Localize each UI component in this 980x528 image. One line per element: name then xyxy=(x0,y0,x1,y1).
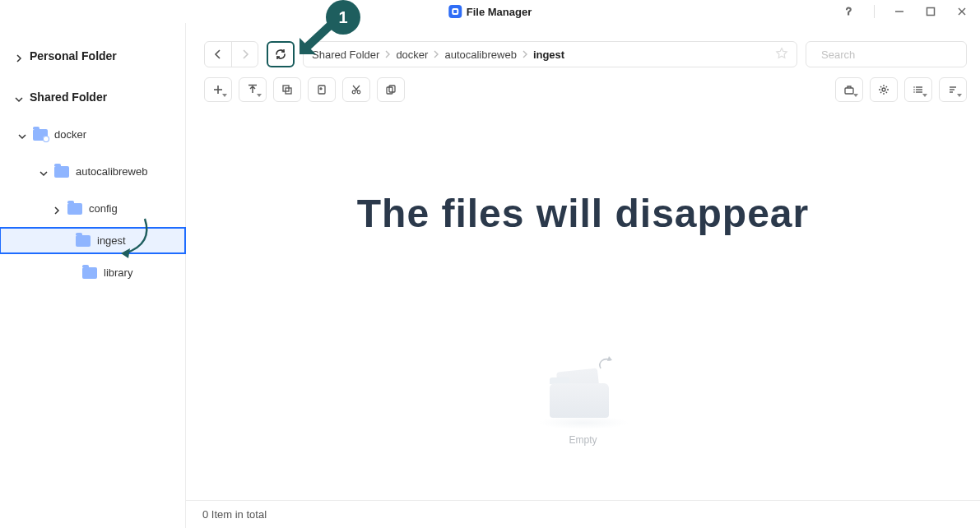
favorite-star-icon[interactable] xyxy=(775,47,788,63)
settings-button[interactable] xyxy=(870,77,898,102)
maximize-button[interactable] xyxy=(924,5,937,18)
sort-icon xyxy=(947,84,959,95)
chevron-down-icon xyxy=(39,168,48,176)
search-input[interactable] xyxy=(821,49,959,61)
main-layout: Personal Folder Shared Folder docker aut… xyxy=(0,23,980,528)
sidebar-item-label: autocalibreweb xyxy=(76,165,147,178)
refresh-icon xyxy=(274,48,287,61)
upload-arrow-icon xyxy=(596,354,615,373)
sidebar: Personal Folder Shared Folder docker aut… xyxy=(0,23,186,528)
empty-label: Empty xyxy=(569,434,597,446)
archive-button[interactable] xyxy=(835,77,863,102)
annotation-curve-icon xyxy=(118,215,160,265)
paste-button[interactable] xyxy=(308,77,336,102)
help-button[interactable]: ? xyxy=(843,5,856,18)
app-title-text: File Manager xyxy=(467,6,532,18)
sidebar-item-autocalibreweb[interactable]: autocalibreweb xyxy=(7,159,179,184)
sidebar-item-docker[interactable]: docker xyxy=(7,122,179,147)
chevron-right-icon xyxy=(433,50,439,58)
sidebar-root-shared[interactable]: Shared Folder xyxy=(7,84,179,110)
sidebar-root-personal[interactable]: Personal Folder xyxy=(7,43,179,69)
svg-point-26 xyxy=(913,91,915,93)
folder-icon xyxy=(33,129,48,141)
cut-button[interactable] xyxy=(342,77,370,102)
refresh-button[interactable] xyxy=(267,41,295,67)
sidebar-item-label: docker xyxy=(54,128,86,141)
forward-button[interactable] xyxy=(231,42,258,67)
annotation-headline: The files will disappear xyxy=(186,191,980,236)
annotation-step-number: 1 xyxy=(338,8,347,27)
annotation-step-badge: 1 xyxy=(326,0,360,35)
svg-rect-19 xyxy=(845,88,853,94)
list-icon xyxy=(913,84,924,95)
content-pane: Shared Folder docker autocalibreweb inge… xyxy=(186,23,980,528)
chevron-right-icon xyxy=(15,52,23,60)
sidebar-item-label: config xyxy=(89,202,118,215)
svg-text:?: ? xyxy=(846,6,852,17)
file-area: The files will disappear Empty xyxy=(186,109,980,500)
statusbar: 0 Item in total xyxy=(186,500,980,528)
svg-rect-12 xyxy=(318,86,325,94)
back-button[interactable] xyxy=(205,42,231,67)
chevron-down-icon xyxy=(15,93,23,101)
titlebar: File Manager ? xyxy=(0,0,980,23)
breadcrumb-segment[interactable]: docker xyxy=(396,49,428,61)
plus-icon xyxy=(212,84,224,95)
chevron-right-icon xyxy=(522,50,528,58)
upload-button[interactable] xyxy=(239,77,267,102)
svg-point-25 xyxy=(913,89,915,90)
empty-state: Empty xyxy=(538,364,629,446)
sort-button[interactable] xyxy=(939,77,967,102)
window-title: File Manager xyxy=(448,5,532,18)
spacer xyxy=(61,237,69,245)
app-icon xyxy=(448,5,462,18)
paste-icon xyxy=(316,84,327,95)
briefcase-icon xyxy=(843,84,855,95)
upload-icon xyxy=(247,84,258,95)
chevron-right-icon xyxy=(384,50,391,58)
view-mode-button[interactable] xyxy=(904,77,932,102)
duplicate-icon xyxy=(385,84,397,95)
minimize-button[interactable] xyxy=(893,5,906,18)
status-item-count: 0 Item in total xyxy=(202,508,267,521)
sidebar-root-label: Shared Folder xyxy=(30,90,107,104)
nav-group xyxy=(204,41,258,67)
scissors-icon xyxy=(351,84,362,95)
breadcrumb-segment[interactable]: autocalibreweb xyxy=(444,49,516,61)
empty-folder-icon xyxy=(538,364,629,429)
svg-point-20 xyxy=(882,88,885,91)
folder-icon xyxy=(54,166,69,178)
chevron-down-icon xyxy=(18,131,26,139)
sidebar-root-label: Personal Folder xyxy=(30,49,117,63)
copy-icon xyxy=(281,84,293,95)
spacer xyxy=(67,269,76,277)
duplicate-button[interactable] xyxy=(377,77,405,102)
folder-icon xyxy=(67,203,82,215)
window-controls: ? xyxy=(843,0,968,23)
copy-button[interactable] xyxy=(273,77,301,102)
breadcrumb[interactable]: Shared Folder docker autocalibreweb inge… xyxy=(303,41,797,67)
add-button[interactable] xyxy=(204,77,232,102)
sidebar-item-label: library xyxy=(104,266,132,279)
folder-icon xyxy=(82,267,97,279)
svg-point-24 xyxy=(913,86,915,88)
gear-icon xyxy=(878,84,889,95)
folder-icon xyxy=(76,235,91,247)
chevron-right-icon xyxy=(53,205,61,213)
separator xyxy=(874,5,875,18)
svg-rect-2 xyxy=(927,8,935,16)
search-box[interactable] xyxy=(806,41,967,67)
breadcrumb-segment-current[interactable]: ingest xyxy=(533,49,564,61)
toolbar-actions xyxy=(186,74,980,109)
close-button[interactable] xyxy=(955,5,968,18)
